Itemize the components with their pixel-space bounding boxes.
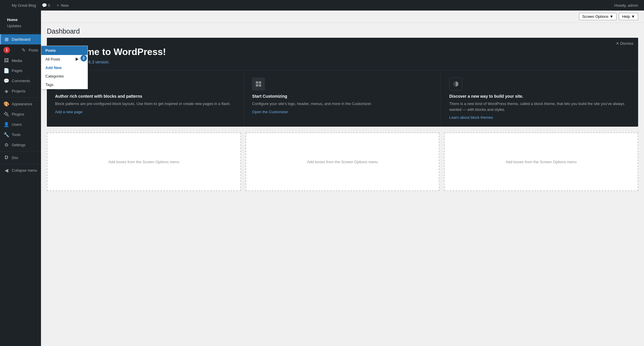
screen-options-label: Screen Options [582, 14, 609, 19]
content-card-desc: Block patterns are pre-configured block … [55, 101, 235, 107]
sidebar-item-projects[interactable]: ◈ Projects [0, 86, 41, 96]
svg-rect-1 [256, 81, 258, 84]
sidebar-tools-label: Tools [12, 132, 20, 137]
site-name-link[interactable]: My Great Blog [9, 0, 39, 11]
dashboard-widgets: Add boxes from the Screen Options menu A… [47, 132, 638, 191]
block-themes-card-link[interactable]: Learn about block themes [449, 115, 493, 120]
widget-placeholder-3: Add boxes from the Screen Options menu [444, 132, 638, 191]
sidebar-appearance-label: Appearance [12, 102, 32, 106]
welcome-cards: Author rich content with blocks and patt… [47, 70, 638, 127]
posts-submenu: Posts All Posts Add New Categories Tags [41, 46, 88, 89]
sidebar-item-tools[interactable]: 🔧 Tools [0, 130, 41, 140]
settings-icon: ⚙ [4, 142, 9, 148]
users-icon: 👤 [4, 122, 9, 127]
admin-menu: Home Updates ⊞ Dashboard 1 ✎ Posts 🖼 Med… [0, 11, 41, 346]
sidebar-posts-label: Posts [29, 48, 38, 52]
screen-options-arrow: ▼ [610, 14, 614, 19]
admin-bar: My Great Blog 💬 0 ＋ New Howdy, admin [0, 0, 644, 11]
submenu-categories[interactable]: Categories [41, 72, 88, 80]
sidebar-plugins-label: Plugins [12, 112, 24, 116]
customizer-card-title: Start Customizing [252, 94, 432, 99]
collapse-menu-button[interactable]: ◀ Collapse menu [0, 165, 41, 175]
collapse-menu-label: Collapse menu [12, 168, 37, 173]
welcome-card-block-themes: Discover a new way to build your site. T… [441, 70, 638, 127]
sidebar-users-label: Users [12, 122, 22, 127]
sidebar-item-label: Dashboard [12, 37, 30, 42]
wp-logo[interactable] [3, 0, 9, 11]
plus-icon: ＋ [56, 3, 60, 8]
sidebar-item-appearance[interactable]: 🎨 Appearance [0, 99, 41, 109]
sidebar-item-plugins[interactable]: 🔌 Plugins [0, 109, 41, 119]
content-card-title: Author rich content with blocks and patt… [55, 94, 235, 99]
appearance-icon: 🎨 [4, 101, 9, 107]
help-label: Help [622, 14, 630, 19]
svg-rect-4 [259, 84, 261, 87]
sidebar-comments-label: Comments [12, 79, 30, 83]
widget-placeholder-1: Add boxes from the Screen Options menu [47, 132, 241, 191]
comments-count: 0 [48, 3, 50, 8]
sidebar-item-divi[interactable]: D Divi [0, 153, 41, 163]
submenu-header: Posts [41, 46, 88, 55]
dismiss-x-icon: ✕ [616, 41, 619, 46]
sidebar-item-comments[interactable]: 💬 Comments [0, 76, 41, 86]
sidebar-item-media[interactable]: 🖼 Media [0, 56, 41, 66]
block-themes-card-desc: There is a new kind of WordPress theme, … [449, 101, 630, 112]
sidebar-item-settings[interactable]: ⚙ Settings [0, 140, 41, 150]
welcome-card-customizer: Start Customizing Configure your site's … [244, 70, 441, 127]
widget-placeholder-1-text: Add boxes from the Screen Options menu [108, 160, 179, 164]
sidebar-item-users[interactable]: 👤 Users [0, 119, 41, 130]
comments-sidebar-icon: 💬 [4, 78, 9, 84]
page-title: Dashboard [47, 27, 638, 35]
howdy-text[interactable]: Howdy, admin [612, 3, 641, 8]
sidebar-item-pages[interactable]: 📄 Pages [0, 66, 41, 76]
welcome-subtitle: Learn about the 6.3 version. [59, 60, 626, 64]
submenu-add-new[interactable]: Add New [41, 63, 88, 72]
pages-icon: 📄 [4, 68, 9, 73]
sidebar-settings-label: Settings [12, 143, 25, 147]
sidebar-pages-label: Pages [12, 68, 23, 73]
plugins-icon: 🔌 [4, 111, 9, 117]
tools-icon: 🔧 [4, 132, 9, 137]
welcome-title: Welcome to WordPress! [59, 47, 626, 57]
divi-icon: D [4, 155, 9, 160]
sidebar-item-posts[interactable]: 1 ✎ Posts [0, 44, 41, 56]
posts-icon: ✎ [20, 47, 26, 53]
collapse-icon: ◀ [4, 168, 9, 173]
new-label: New [61, 3, 68, 8]
dismiss-label: Dismiss [620, 41, 634, 46]
customizer-card-icon [252, 78, 265, 90]
welcome-panel: ✕ Dismiss Welcome to WordPress! Learn ab… [47, 38, 638, 127]
media-icon: 🖼 [4, 58, 9, 63]
widget-placeholder-2-text: Add boxes from the Screen Options menu [307, 160, 378, 164]
sidebar-projects-label: Projects [12, 89, 25, 93]
submenu-all-posts[interactable]: All Posts [41, 55, 88, 63]
screen-options-button[interactable]: Screen Options ▼ [579, 13, 616, 20]
help-arrow: ▼ [631, 14, 635, 19]
site-name-text: My Great Blog [12, 3, 36, 8]
svg-rect-2 [259, 81, 261, 84]
widget-placeholder-3-text: Add boxes from the Screen Options menu [506, 160, 577, 164]
content-card-link[interactable]: Add a new page [55, 110, 83, 114]
customizer-card-link[interactable]: Open the Customizer [252, 110, 288, 114]
comments-link[interactable]: 💬 0 [39, 0, 53, 11]
widget-placeholder-2: Add boxes from the Screen Options menu [246, 132, 440, 191]
menu-divider-collapse [0, 164, 41, 164]
main-content: Screen Options ▼ Help ▼ Dashboard ✕ Dism… [41, 11, 644, 346]
customizer-card-desc: Configure your site's logo, header, menu… [252, 101, 432, 107]
dashboard-icon: ⊞ [4, 37, 9, 42]
help-button[interactable]: Help ▼ [619, 13, 638, 20]
projects-icon: ◈ [4, 88, 9, 94]
sidebar-home[interactable]: Home [4, 14, 37, 23]
posts-badge: 1 [4, 47, 10, 53]
comment-icon: 💬 [42, 3, 47, 8]
sidebar-updates[interactable]: Updates [4, 23, 37, 30]
page-title-bar: Dashboard [41, 23, 644, 38]
svg-rect-3 [256, 84, 258, 87]
dismiss-button[interactable]: ✕ Dismiss [616, 41, 634, 46]
submenu-tags[interactable]: Tags [41, 80, 88, 89]
menu-divider-bot [0, 151, 41, 152]
welcome-panel-top: Welcome to WordPress! Learn about the 6.… [47, 38, 638, 70]
sidebar-item-dashboard[interactable]: ⊞ Dashboard [0, 34, 41, 44]
new-content-link[interactable]: ＋ New [53, 0, 71, 11]
page-header-bar: Screen Options ▼ Help ▼ [41, 11, 644, 23]
